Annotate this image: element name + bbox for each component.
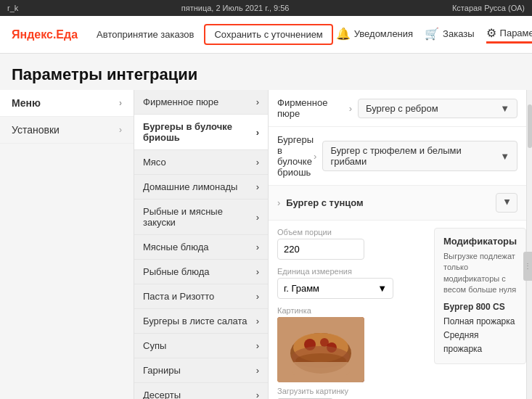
- system-bar-right: Кстарая Русса (ОА): [452, 4, 525, 12]
- dropdown-row-2: Бургеры в булочке бриошь › Бургер с трюф…: [269, 127, 526, 186]
- system-bar: r_k пятница, 2 Июль 2021 г., 9:56 Кстара…: [0, 0, 532, 16]
- chevron-down-icon-2: ▼: [500, 151, 510, 162]
- dropdown1-label: Фирменное пюре: [277, 97, 349, 119]
- product-detail: Объем порции Единица измерения г. Грамм …: [269, 221, 526, 399]
- menu-item-label-8: Бургеры в листе салата: [143, 316, 247, 326]
- menu-item-8[interactable]: Бургеры в листе салата ›: [134, 309, 268, 334]
- modifier-item-1: Средняя прожарка: [443, 329, 517, 356]
- modifiers-title: Модификаторы: [443, 236, 517, 247]
- header-nav: Автопринятие заказов Сохранить с уточнен…: [89, 24, 532, 45]
- nav-auto-accept[interactable]: Автопринятие заказов: [89, 25, 201, 44]
- menu-list: Фирменное пюре › Бургеры в булочке бриош…: [134, 90, 269, 399]
- product-image: [277, 317, 364, 382]
- header-actions: 🔔 Уведомления 🛒 Заказы ⚙ Параметры: [336, 26, 532, 44]
- modifier-product-name: Бургер 800 CS: [443, 302, 517, 312]
- upload-label: Загрузить картинку: [277, 387, 422, 395]
- menu-item-9[interactable]: Супы ›: [134, 334, 268, 358]
- gear-icon: ⚙: [486, 26, 496, 40]
- nav-notifications[interactable]: 🔔 Уведомления: [336, 27, 413, 42]
- food-image-svg: [277, 317, 364, 382]
- chevron-icon-4: ›: [256, 212, 259, 223]
- menu-item-label-7: Паста и Ризотто: [143, 291, 214, 302]
- menu-item-label-5: Мясные блюда: [143, 242, 208, 252]
- unit-value: г. Грамм: [284, 283, 319, 294]
- modifiers-desc: Выгрузке подлежат только модификаторы с …: [443, 251, 517, 296]
- menu-item-label-0: Фирменное пюре: [143, 96, 218, 107]
- dropdown2-value: Бургер с трюфелем и белыми грибами: [330, 145, 494, 167]
- menu-item-label-2: Мясо: [143, 157, 166, 168]
- menu-item-7[interactable]: Паста и Ризотто ›: [134, 284, 268, 309]
- main-wrapper: Меню › Установки › Фирменное пюре › Бург…: [0, 90, 532, 399]
- dropdown2-label: Бургеры в булочке бриошь: [277, 134, 314, 178]
- dropdown-row-1: Фирменное пюре › Бургер с ребром ▼: [269, 90, 526, 127]
- chevron-icon-2: ›: [256, 157, 259, 168]
- menu-item-label-1: Бургеры в булочке бриошь: [143, 121, 256, 143]
- chevron-icon-10: ›: [256, 365, 259, 376]
- dropdown1-value: Бургер с ребром: [366, 103, 438, 114]
- sidebar-menu-label: Меню: [12, 97, 41, 109]
- menu-item-1[interactable]: Бургеры в булочке бриошь ›: [134, 115, 268, 150]
- menu-item-2[interactable]: Мясо ›: [134, 150, 268, 175]
- menu-item-4[interactable]: Рыбные и мясные закуски ›: [134, 200, 268, 235]
- menu-item-3[interactable]: Домашние лимонады ›: [134, 175, 268, 200]
- unit-label: Единица измерения: [277, 267, 422, 276]
- menu-item-label-3: Домашние лимонады: [143, 181, 237, 192]
- menu-item-label-6: Рыбные блюда: [143, 266, 210, 277]
- chevron-icon-1: ›: [256, 127, 259, 138]
- cart-icon: 🛒: [425, 27, 439, 41]
- chevron-icon-5: ›: [256, 242, 259, 252]
- content-panel: Фирменное пюре › Бургер с ребром ▼ Бурге…: [269, 90, 526, 399]
- unit-select[interactable]: г. Грамм ▼: [277, 278, 393, 299]
- menu-item-10[interactable]: Гарниры ›: [134, 358, 268, 383]
- portion-input[interactable]: [277, 239, 364, 260]
- menu-item-label-9: Супы: [143, 340, 166, 351]
- portion-label: Объем порции: [277, 228, 422, 236]
- menu-item-6[interactable]: Рыбные блюда ›: [134, 260, 268, 284]
- chevron-icon-6: ›: [256, 266, 259, 277]
- chevron-right-dd2: ›: [314, 151, 316, 162]
- chevron-down-icon-1: ▼: [500, 103, 510, 114]
- product-name-header: Бургер с тунцом: [286, 197, 496, 208]
- dropdown2-select[interactable]: Бургер с трюфелем и белыми грибами ▼: [322, 141, 517, 171]
- chevron-icon-0: ›: [256, 96, 259, 107]
- menu-item-label-11: Десерты: [143, 390, 181, 399]
- modifier-item-0: Полная прожарка: [443, 315, 517, 329]
- dropdown1-select[interactable]: Бургер с ребром ▼: [358, 99, 517, 118]
- image-field-label: Картинка: [277, 306, 422, 315]
- detail-row: Объем порции Единица измерения г. Грамм …: [277, 228, 517, 399]
- chevron-icon-9: ›: [256, 340, 259, 351]
- nav-save-btn[interactable]: Сохранить с уточнением: [204, 24, 332, 45]
- chevron-icon-3: ›: [256, 181, 259, 192]
- chevron-right-product: ›: [277, 197, 280, 208]
- menu-item-11[interactable]: Десерты ›: [134, 383, 268, 399]
- nav-orders[interactable]: 🛒 Заказы: [425, 27, 474, 42]
- detail-left: Объем порции Единица измерения г. Грамм …: [277, 228, 422, 399]
- logo: Яндекс.Еда: [12, 28, 78, 41]
- nav-settings[interactable]: ⚙ Параметры: [486, 26, 532, 44]
- header: Яндекс.Еда Автопринятие заказов Сохранит…: [0, 16, 532, 54]
- chevron-up-icon: ▲: [502, 197, 512, 208]
- product-arrow-up[interactable]: ▲: [496, 193, 517, 213]
- chevron-down-icon-unit: ▼: [377, 283, 387, 294]
- sidebar-settings-label: Установки: [12, 124, 60, 136]
- chevron-right-icon-2: ›: [119, 125, 122, 135]
- chevron-right-icon: ›: [119, 98, 122, 108]
- scroll-thumb: [528, 104, 532, 148]
- menu-item-0[interactable]: Фирменное пюре ›: [134, 90, 268, 115]
- page-title: Параметры интеграции: [0, 54, 532, 90]
- chevron-right-dd1: ›: [349, 103, 352, 114]
- menu-item-5[interactable]: Мясные блюда ›: [134, 235, 268, 260]
- system-bar-left: r_k: [7, 4, 18, 12]
- right-handle[interactable]: ⋮: [523, 252, 532, 281]
- sidebar-item-menu[interactable]: Меню ›: [0, 90, 134, 117]
- product-row-header: › Бургер с тунцом ▲: [269, 186, 526, 221]
- menu-item-label-4: Рыбные и мясные закуски: [143, 206, 256, 228]
- scroll-track[interactable]: [526, 90, 532, 399]
- system-bar-center: пятница, 2 Июль 2021 г., 9:56: [181, 4, 290, 12]
- sidebar: Меню › Установки ›: [0, 90, 134, 399]
- modifiers-panel: Модификаторы Выгрузке подлежат только мо…: [434, 228, 526, 364]
- nav-orders-label: Заказы: [443, 28, 474, 39]
- nav-settings-label: Параметры: [500, 28, 532, 38]
- sidebar-item-settings[interactable]: Установки ›: [0, 117, 134, 144]
- chevron-icon-11: ›: [256, 390, 259, 399]
